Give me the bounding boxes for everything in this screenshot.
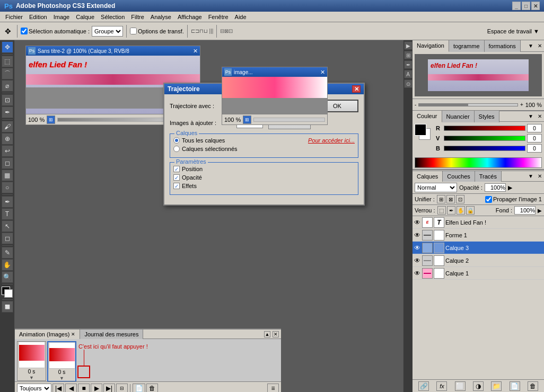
tool-shape[interactable]: ◻: [2, 233, 13, 244]
tool-brush[interactable]: 🖌: [2, 121, 13, 132]
anim-frame-2[interactable]: 0 s ▼: [47, 341, 76, 381]
tool-marquee[interactable]: ⬚: [2, 56, 13, 67]
vert-btn-1[interactable]: ▶: [404, 41, 413, 50]
layer-eye-calque3[interactable]: 👁: [414, 244, 421, 252]
layer-adjustment-btn[interactable]: ◑: [473, 381, 484, 391]
access-link[interactable]: Pour accéder ici...: [308, 137, 355, 144]
opacity-checkbox[interactable]: ✓ Opacité: [173, 174, 355, 181]
menu-fichier[interactable]: Fichier: [2, 13, 26, 21]
zoom-in-btn[interactable]: +: [520, 102, 523, 108]
layers-options-btn[interactable]: ▼: [526, 173, 536, 179]
zoom-out-btn[interactable]: -: [415, 102, 416, 108]
blend-mode-select[interactable]: Normal: [415, 183, 457, 192]
unify-btn-2[interactable]: ⊠: [446, 195, 455, 203]
delete-frame-btn[interactable]: 🗑: [146, 384, 158, 393]
group-select[interactable]: Groupe: [92, 26, 123, 37]
new-frame-btn[interactable]: 📄: [133, 384, 145, 393]
color-close-btn[interactable]: ✕: [536, 113, 544, 119]
tool-gradient[interactable]: ▦: [2, 170, 13, 181]
unify-btn-3[interactable]: ⊡: [456, 195, 464, 203]
tool-notes[interactable]: ✎: [2, 247, 13, 259]
doc2-canvas[interactable]: [222, 77, 327, 114]
options-transform-input[interactable]: [130, 28, 137, 34]
lock-btn-2[interactable]: ✒: [447, 206, 455, 215]
menu-fenetre[interactable]: Fenêtre: [205, 13, 232, 21]
layer-eye-elfen[interactable]: 👁: [414, 219, 421, 226]
close-button[interactable]: ✕: [531, 2, 540, 10]
layer-mask-btn[interactable]: ⬜: [455, 381, 466, 391]
tool-dodge[interactable]: ○: [2, 182, 13, 193]
layer-delete-btn[interactable]: 🗑: [528, 381, 538, 391]
loop-select[interactable]: Toujours: [17, 384, 51, 393]
lock-btn-1[interactable]: ⬚: [437, 206, 446, 215]
layer-item-calque1[interactable]: 👁 Calque 1: [413, 267, 544, 280]
vert-btn-3[interactable]: ✒: [404, 60, 413, 69]
tool-eyedropper[interactable]: ✒: [2, 106, 13, 118]
tool-hand[interactable]: ✋: [2, 259, 13, 271]
calques-tab[interactable]: Calques: [413, 171, 443, 182]
animation-tab-close[interactable]: ✕: [71, 332, 75, 337]
layers-close-btn[interactable]: ✕: [536, 173, 544, 179]
radio-selected-layers[interactable]: Calques sélectionnés: [173, 146, 238, 152]
menu-affichage[interactable]: Affichage: [174, 13, 205, 21]
move-tool-btn[interactable]: ✥: [2, 25, 14, 37]
tool-eraser[interactable]: ◻: [2, 157, 13, 169]
layer-item-elfen[interactable]: 👁 E T Elfen Lied Fan !: [413, 216, 544, 229]
maximize-button[interactable]: □: [522, 2, 530, 10]
opacity-check[interactable]: ✓: [173, 174, 180, 181]
vert-btn-4[interactable]: A: [404, 70, 413, 78]
effects-checkbox[interactable]: ✓ Effets: [173, 183, 355, 189]
b-value[interactable]: 0: [527, 144, 542, 153]
anim-collapse-btn[interactable]: ▲: [264, 331, 270, 337]
fill-arrow[interactable]: ▶: [538, 208, 542, 213]
vert-btn-5[interactable]: ⊙: [404, 79, 413, 88]
animation-tab[interactable]: Animation (Images) ✕: [15, 329, 80, 339]
g-value[interactable]: 0: [527, 134, 542, 142]
anim-frame-2-delay[interactable]: ▼: [59, 376, 64, 381]
color-options-btn[interactable]: ▼: [526, 113, 536, 119]
nav-options-btn[interactable]: ▼: [526, 43, 536, 49]
anim-close-btn[interactable]: ✕: [273, 331, 279, 337]
auto-select-input[interactable]: [21, 28, 28, 34]
nav-tab[interactable]: Navigation: [413, 40, 449, 52]
anim-frame-1[interactable]: 0 s ▼: [17, 341, 46, 381]
play-btn[interactable]: ▶: [91, 384, 102, 393]
layer-item-calque2[interactable]: 👁 Calque 2: [413, 254, 544, 267]
options-transform-checkbox[interactable]: Options de transf.: [130, 28, 184, 34]
menu-aide[interactable]: Aide: [232, 13, 250, 21]
tween-btn[interactable]: ⊟: [116, 384, 128, 393]
menu-image[interactable]: Image: [50, 13, 73, 21]
tool-move[interactable]: ✥: [2, 41, 13, 53]
couches-tab[interactable]: Couches: [443, 171, 475, 182]
selected-layers-radio[interactable]: [173, 146, 180, 152]
color-spectrum[interactable]: [415, 157, 542, 168]
menu-selection[interactable]: Sélection: [98, 13, 128, 21]
opacity-arrow[interactable]: ▶: [508, 184, 512, 191]
stop-btn[interactable]: ■: [78, 384, 90, 393]
layer-eye-calque2[interactable]: 👁: [414, 257, 421, 264]
prev-frame-btn[interactable]: ◀: [65, 384, 77, 393]
anim-options-btn[interactable]: ≡: [267, 384, 279, 393]
traces-tab[interactable]: Tracés: [475, 171, 502, 182]
layer-new-btn[interactable]: 📄: [510, 381, 520, 391]
opacity-input[interactable]: [485, 183, 506, 192]
journal-tab[interactable]: Journal des mesures: [80, 329, 143, 339]
next-frame-btn[interactable]: ▶|: [103, 384, 115, 393]
minimize-button[interactable]: _: [512, 2, 521, 10]
nav-thumbnail[interactable]: elfen Lied Fan !: [415, 54, 542, 96]
menu-calque[interactable]: Calque: [73, 13, 98, 21]
menu-analyse[interactable]: Analyse: [147, 13, 174, 21]
formations-tab[interactable]: formations: [485, 40, 521, 52]
layer-folder-btn[interactable]: 📁: [491, 381, 502, 391]
lock-btn-4[interactable]: 🔒: [466, 206, 475, 215]
layer-item-forme1[interactable]: 👁 Forme 1: [413, 229, 544, 242]
foreground-swatch[interactable]: [415, 124, 426, 136]
tool-selection-path[interactable]: ↖: [2, 220, 13, 232]
layer-link-btn[interactable]: 🔗: [418, 381, 429, 391]
vert-btn-2[interactable]: ⊞: [404, 51, 413, 59]
doc2-scroll-bar[interactable]: [253, 118, 325, 122]
r-value[interactable]: 0: [527, 124, 542, 132]
position-check[interactable]: ✓: [173, 166, 180, 172]
layer-eye-forme1[interactable]: 👁: [414, 231, 421, 239]
workspace-menu-btn[interactable]: Espace de travail ▼: [485, 26, 542, 36]
